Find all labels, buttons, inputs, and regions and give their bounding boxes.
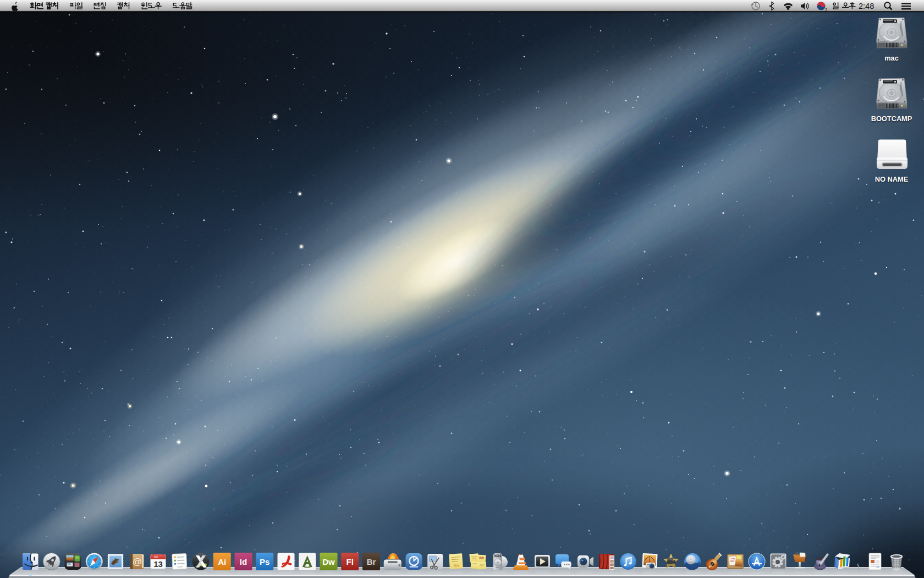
svg-text:Ai: Ai <box>218 557 226 566</box>
svg-text:2: 2 <box>825 8 827 12</box>
svg-text:13: 13 <box>153 559 163 569</box>
svg-text:BOOTCAMP: BOOTCAMP <box>871 114 912 123</box>
svg-text:@: @ <box>133 557 142 567</box>
svg-text:flickr: flickr <box>454 564 460 568</box>
svg-text:2:48: 2:48 <box>859 2 874 10</box>
svg-text:Dw: Dw <box>322 557 335 566</box>
svg-text:JUL: JUL <box>154 555 159 559</box>
svg-text:NO NAME: NO NAME <box>875 175 909 183</box>
svg-text:Id: Id <box>240 557 247 566</box>
svg-text:Ps: Ps <box>260 557 270 566</box>
svg-text:DVD: DVD <box>495 554 501 557</box>
svg-text:flickr: flickr <box>479 557 485 559</box>
svg-text:mac: mac <box>884 54 899 62</box>
svg-text:Br: Br <box>367 557 376 566</box>
svg-text:Fl: Fl <box>346 557 354 566</box>
